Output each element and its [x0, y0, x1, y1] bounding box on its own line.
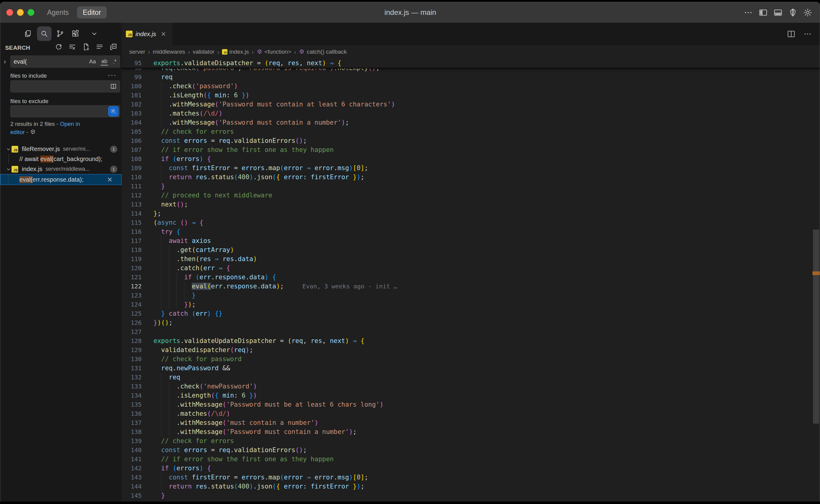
collapse-all-icon[interactable]	[109, 43, 117, 51]
clear-results-icon[interactable]	[68, 43, 76, 51]
line-number[interactable]: 129	[122, 345, 142, 354]
code-line-114[interactable]: 114};	[122, 209, 820, 218]
line-number[interactable]: 107	[122, 145, 142, 154]
line-number[interactable]: 119	[122, 254, 142, 264]
more-icon[interactable]	[744, 8, 753, 17]
activity-item-chevron-down[interactable]	[87, 26, 102, 41]
line-number[interactable]: 133	[122, 382, 142, 391]
breadcrumb-item[interactable]: validator	[193, 49, 214, 55]
activity-item-files[interactable]	[21, 26, 35, 41]
code-line-145[interactable]: 145 }	[122, 491, 820, 500]
code-line-120[interactable]: 120 .catch(err ⇒ {	[122, 264, 820, 273]
code-line-106[interactable]: 106 const errors = req.validationErrors(…	[122, 136, 820, 145]
code-line-121[interactable]: 121 if (err.response.data) {	[122, 273, 820, 282]
code-line-134[interactable]: 134 .isLength({ min: 6 })	[122, 391, 820, 400]
view-as-list-icon[interactable]	[96, 43, 104, 51]
line-number[interactable]: 118	[122, 245, 142, 254]
line-number[interactable]: 109	[122, 163, 142, 173]
result-match-row[interactable]: eval(err.response.data);	[0, 174, 122, 185]
code-line-122[interactable]: 122 eval(err.response.data);Evan, 3 week…	[122, 282, 820, 291]
code-line-138[interactable]: 138 .withMessage('Password must contain …	[122, 427, 820, 436]
code-line-118[interactable]: 118 .get(cartArray)	[122, 245, 820, 254]
close-window-button[interactable]	[6, 9, 13, 16]
line-number[interactable]: 99	[122, 72, 142, 82]
split-editor-icon[interactable]	[787, 30, 795, 38]
layout-sidebar-icon[interactable]	[758, 8, 768, 17]
code-line-105[interactable]: 105 // check for errors	[122, 127, 820, 136]
activity-item-search[interactable]	[37, 26, 52, 41]
line-number[interactable]: 124	[122, 300, 142, 309]
breadcrumb-item[interactable]: JSindex.js	[222, 49, 249, 55]
line-number[interactable]: 108	[122, 154, 142, 163]
line-number[interactable]: 134	[122, 391, 142, 400]
line-number[interactable]: 117	[122, 236, 142, 245]
chevron-down-icon[interactable]	[5, 166, 12, 172]
line-number[interactable]: 140	[122, 445, 142, 455]
new-search-editor-icon[interactable]	[82, 43, 90, 51]
breadcrumb-item[interactable]: <function>	[257, 49, 291, 55]
line-number[interactable]: 142	[122, 464, 142, 473]
breadcrumb-item[interactable]: catch() callback	[299, 49, 347, 55]
code-editor[interactable]: 95exports.validateDispatcher = (req, res…	[122, 59, 820, 502]
code-line-124[interactable]: 124 });	[122, 300, 820, 309]
titlebar-tab-editor[interactable]: Editor	[77, 6, 107, 18]
line-number[interactable]: 136	[122, 409, 142, 418]
maximize-window-button[interactable]	[28, 9, 34, 16]
line-number[interactable]: 115	[122, 218, 142, 227]
line-number[interactable]: 139	[122, 436, 142, 445]
code-line-103[interactable]: 103 .matches(/\d/)	[122, 109, 820, 118]
chevron-down-icon[interactable]	[5, 146, 12, 152]
code-line-104[interactable]: 104 .withMessage('Password must contain …	[122, 118, 820, 127]
line-number[interactable]: 126	[122, 318, 142, 327]
refresh-icon[interactable]	[55, 43, 63, 51]
search-open-editors-icon[interactable]	[109, 82, 117, 90]
code-line-136[interactable]: 136 .matches(/\d/)	[122, 409, 820, 418]
line-number[interactable]: 104	[122, 118, 142, 127]
line-number[interactable]: 110	[122, 173, 142, 182]
code-line-139[interactable]: 139 // check for errors	[122, 436, 820, 445]
code-line-99[interactable]: 99 req	[122, 72, 820, 82]
layout-panel-icon[interactable]	[773, 8, 783, 17]
line-number[interactable]: 120	[122, 264, 142, 273]
minimize-window-button[interactable]	[17, 9, 24, 16]
line-number[interactable]: 122	[122, 282, 142, 291]
use-exclude-settings-toggle[interactable]	[108, 106, 119, 116]
gem-icon[interactable]	[788, 8, 798, 17]
line-number[interactable]: 125	[122, 309, 142, 318]
line-number[interactable]: 123	[122, 291, 142, 300]
code-line-112[interactable]: 112 // proceed to next middleware	[122, 191, 820, 200]
line-number[interactable]: 105	[122, 127, 142, 136]
whole-word-toggle[interactable]: ab	[100, 58, 108, 66]
code-line-109[interactable]: 109 const firstError = errors.map(error …	[122, 163, 820, 173]
activity-item-extensions[interactable]	[68, 26, 83, 41]
code-line-119[interactable]: 119 .then(res ⇒ res.data)	[122, 254, 820, 264]
line-number[interactable]: 111	[122, 182, 142, 191]
line-number[interactable]: 113	[122, 200, 142, 209]
code-line-140[interactable]: 140 const errors = req.validationErrors(…	[122, 445, 820, 455]
code-line-135[interactable]: 135 .withMessage('Password must be at le…	[122, 400, 820, 409]
cube-icon[interactable]	[30, 129, 36, 135]
line-number[interactable]: 103	[122, 109, 142, 118]
gear-icon[interactable]	[803, 8, 812, 17]
close-tab-icon[interactable]	[160, 31, 166, 37]
code-line-113[interactable]: 113 next();	[122, 200, 820, 209]
line-number[interactable]: 138	[122, 427, 142, 436]
sticky-scroll[interactable]: 95exports.validateDispatcher = (req, res…	[122, 59, 820, 68]
line-number[interactable]: 130	[122, 354, 142, 364]
line-number[interactable]: 132	[122, 373, 142, 382]
open-in-editor-link[interactable]: Open in	[60, 121, 80, 127]
breadcrumb-item[interactable]: middlewares	[153, 49, 185, 55]
result-file-index.js[interactable]: JSindex.jsserver/middlewa...1	[0, 164, 122, 174]
line-number[interactable]: 128	[122, 336, 142, 345]
code-line-108[interactable]: 108 if (errors) {	[122, 154, 820, 163]
activity-item-source-control[interactable]	[53, 26, 67, 41]
code-line-117[interactable]: 117 await axios	[122, 236, 820, 245]
files-to-include-input[interactable]	[11, 83, 109, 90]
code-line-146[interactable]: 146 // proceed to next middleware	[122, 500, 820, 502]
line-number[interactable]: 135	[122, 400, 142, 409]
code-line-110[interactable]: 110 return res.status(400).json({ error:…	[122, 173, 820, 182]
code-line-143[interactable]: 143 const firstError = errors.map(error …	[122, 473, 820, 482]
code-line-100[interactable]: 100 .check('password')	[122, 82, 820, 91]
line-number[interactable]: 144	[122, 482, 142, 491]
code-line-111[interactable]: 111 }	[122, 182, 820, 191]
